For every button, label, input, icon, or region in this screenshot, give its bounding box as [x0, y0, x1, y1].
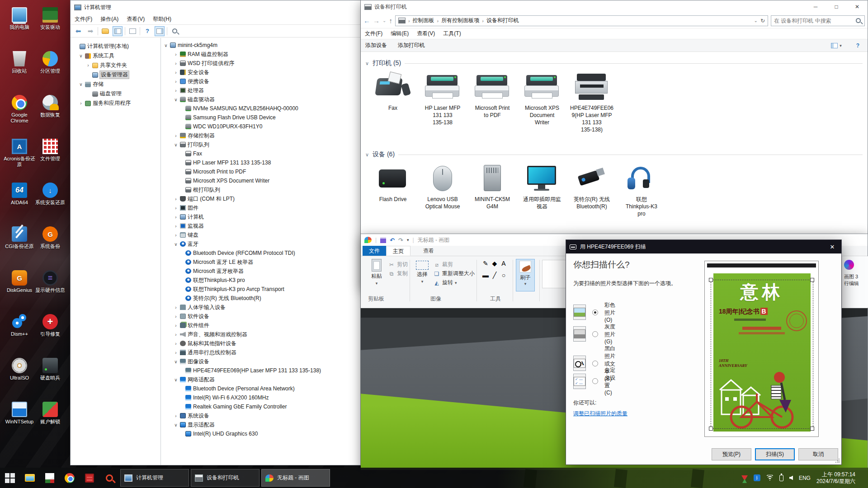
wifi-icon[interactable] — [766, 475, 774, 481]
shape-icon[interactable] — [554, 278, 564, 287]
device-item[interactable]: Flash Drive — [368, 164, 418, 217]
device-tree-item[interactable]: › 通用串行总线控制器 — [161, 348, 360, 357]
expander-icon[interactable]: ∨ — [174, 359, 178, 364]
scan-button[interactable]: 扫描(S) — [755, 448, 795, 460]
desktop-icon[interactable]: ↓ 系统安装还原 — [34, 183, 66, 226]
shape-icon[interactable] — [554, 270, 564, 278]
taskbar-file-explorer[interactable] — [20, 468, 40, 488]
device-tree-item[interactable]: › RAM 磁盘控制器 — [161, 50, 360, 59]
device-tree-item[interactable]: Microsoft Print to PDF — [161, 167, 360, 176]
cm-menu-help[interactable]: 帮助(H) — [149, 15, 175, 23]
brush-button[interactable]: 刷子 ▾ — [516, 259, 535, 291]
device-tree-item[interactable]: ∨ 打印队列 — [161, 140, 360, 149]
printer-item[interactable]: HP Laser MFP 131 133 135-138 — [418, 73, 467, 133]
device-tree-item[interactable]: WDC WD10PURX-63FH1Y0 — [161, 122, 360, 131]
expander-icon[interactable]: › — [174, 350, 178, 355]
device-tree-item[interactable]: NVMe SAMSUNG MZVLB256HAHQ-00000 — [161, 104, 360, 113]
dp-menu-edit[interactable]: 编辑(E) — [387, 30, 413, 38]
chevron-down-icon[interactable]: ∨ — [365, 152, 369, 158]
device-tree-item[interactable]: Realtek Gaming GbE Family Controller — [161, 402, 360, 411]
taskbar-window-button[interactable]: 无标题 - 画图 — [261, 469, 330, 487]
desktop-app-icon[interactable]: 64 — [12, 183, 27, 198]
volume-icon[interactable] — [789, 476, 793, 480]
desktop-icon[interactable]: A Acronis备份还原 — [4, 139, 35, 183]
properties-icon[interactable] — [127, 26, 137, 36]
desktop-icon[interactable]: 64 AIDA64 — [4, 183, 35, 226]
device-tree-item[interactable]: ∨ 图像设备 — [161, 357, 360, 366]
paint-tool-icon[interactable]: ╱ — [490, 272, 499, 283]
device-tree-item[interactable]: Bluetooth Device (RFCOMM Protocol TDI) — [161, 249, 360, 258]
add-device-button[interactable]: 添加设备 — [365, 42, 387, 49]
breadcrumb-devices-printers[interactable]: 设备和打印机 — [486, 17, 519, 24]
paint-tool-icon[interactable]: ▬ — [481, 272, 490, 283]
copy-button[interactable]: ⧉复制 — [388, 270, 408, 277]
device-tree-item[interactable]: ∨ minint-ck5mg4m — [161, 41, 360, 50]
cm-tree-item[interactable]: 磁盘管理 — [71, 89, 160, 99]
cm-tree-item[interactable]: ∨ 系统工具 — [71, 51, 160, 61]
paint-tool-icon[interactable]: ○ — [499, 272, 508, 283]
expander-icon[interactable]: › — [174, 323, 178, 328]
expander-icon[interactable]: › — [174, 224, 178, 229]
desktop-icon[interactable]: 数据恢复 — [34, 95, 66, 139]
device-tree-item[interactable]: 根打印队列 — [161, 185, 360, 194]
radio-button[interactable] — [592, 361, 598, 366]
expander-icon[interactable]: › — [174, 70, 178, 75]
device-item[interactable]: 通用即插即用监 视器 — [517, 164, 567, 217]
dp-menu-tools[interactable]: 工具(T) — [439, 30, 465, 38]
desktop-icon[interactable]: + 引导修复 — [34, 314, 66, 358]
expander-icon[interactable]: ∨ — [174, 242, 178, 247]
desktop-icon[interactable]: 文件管理 — [34, 139, 66, 183]
resize-button[interactable]: ❏重新调整大小 — [433, 270, 475, 277]
desktop-app-icon[interactable] — [12, 95, 27, 110]
desktop-app-icon[interactable] — [42, 358, 58, 373]
taskbar-search[interactable] — [99, 468, 119, 488]
expander-icon[interactable]: ∨ — [174, 142, 178, 147]
device-item[interactable]: Lenovo USB Optical Mouse — [418, 164, 467, 217]
save-icon[interactable] — [380, 237, 386, 243]
desktop-app-icon[interactable] — [42, 95, 58, 110]
tab-home[interactable]: 主页 — [386, 246, 410, 256]
expander-icon[interactable]: › — [174, 88, 178, 93]
device-tree-item[interactable]: ∨ 显示适配器 — [161, 420, 360, 429]
device-tree-item[interactable]: HP Laser MFP 131 133 135-138 — [161, 158, 360, 167]
cm-menu-file[interactable]: 文件(F) — [71, 15, 96, 23]
taskbar-window-button[interactable]: 设备和打印机 — [191, 469, 259, 487]
desktop-icon[interactable]: G DiskGenius — [4, 270, 35, 314]
shape-icon[interactable] — [544, 278, 554, 287]
start-button[interactable] — [0, 468, 20, 488]
device-tree-item[interactable]: Fax — [161, 149, 360, 158]
desktop-app-icon[interactable] — [42, 51, 58, 66]
printer-item[interactable]: HPE4E749FEE06 9(HP Laser MFP 131 133 135… — [567, 73, 617, 133]
device-tree-item[interactable]: › 固件 — [161, 203, 360, 212]
desktop-app-icon[interactable] — [12, 358, 27, 373]
help-icon[interactable]: ? — [142, 26, 152, 36]
device-tree-item[interactable]: › 存储控制器 — [161, 131, 360, 140]
marquee-handle[interactable] — [810, 427, 814, 431]
search-icon[interactable] — [856, 18, 861, 23]
radio-button[interactable] — [592, 310, 598, 315]
help-icon[interactable]: ? — [856, 42, 859, 49]
device-search-icon[interactable] — [170, 26, 179, 36]
device-tree-item[interactable]: HPE4E749FEE069(HP Laser MFP 131 133 135-… — [161, 366, 360, 375]
taskbar-red-app[interactable] — [80, 468, 99, 488]
device-tree-item[interactable]: › 计算机 — [161, 212, 360, 221]
taskbar-clock[interactable]: 上午 09:57:14 2024/7/6/星期六 — [816, 471, 855, 485]
bluetooth-icon[interactable]: ᛒ — [754, 474, 760, 481]
device-tree-item[interactable]: › WSD 打印提供程序 — [161, 59, 360, 68]
dp-menu-view[interactable]: 查看(V) — [413, 30, 439, 38]
forward-icon[interactable]: → — [373, 17, 380, 24]
expander-icon[interactable]: ∨ — [79, 82, 83, 87]
desktop-app-icon[interactable] — [12, 402, 27, 417]
device-tree-item[interactable]: › 处理器 — [161, 86, 360, 95]
search-box[interactable] — [771, 15, 865, 26]
select-button[interactable]: 选择 ▾ — [413, 259, 431, 293]
resize-grip[interactable] — [835, 458, 840, 463]
device-tree-item[interactable]: Microsoft 蓝牙 LE 枚举器 — [161, 258, 360, 267]
desktop-app-icon[interactable] — [12, 7, 27, 23]
cm-titlebar[interactable]: 计算机管理 — [71, 0, 360, 14]
console-tree-toggle-icon[interactable] — [113, 26, 123, 36]
expander-icon[interactable]: › — [174, 332, 178, 337]
radio-button[interactable] — [592, 331, 598, 337]
action-pane-toggle-icon[interactable] — [155, 26, 165, 36]
expander-icon[interactable]: ∨ — [174, 422, 178, 427]
